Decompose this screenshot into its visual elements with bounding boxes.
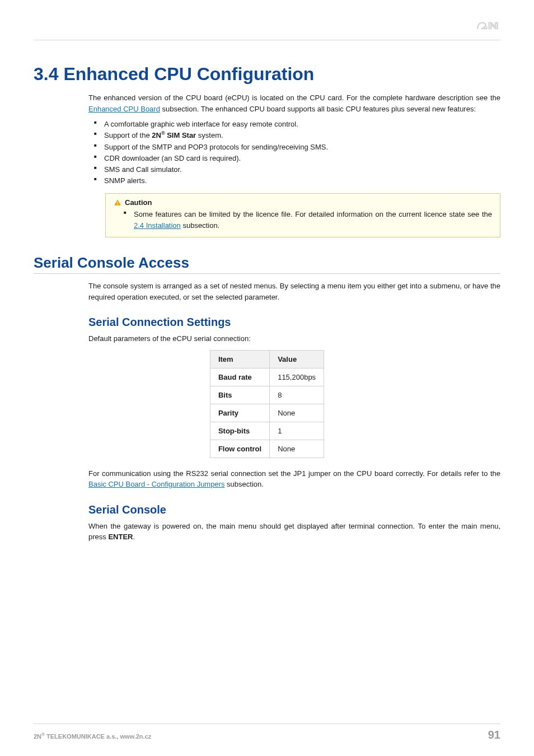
list-item: Support of the 2N® SIM Star system. (104, 130, 500, 141)
top-bar (34, 19, 500, 40)
cpu-board-jumpers-link[interactable]: Basic CPU Board - Configuration Jumpers (88, 480, 225, 488)
feature-text: SNMP alerts. (104, 176, 147, 185)
feature-text: A comfortable graphic web interface for … (104, 120, 298, 128)
table-cell-item: Flow control (210, 440, 269, 458)
table-header-row: Item Value (210, 350, 324, 368)
intro-text-a: The enhanced version of the CPU board (e… (88, 94, 500, 102)
section-title: Enhanced CPU Configuration (63, 64, 314, 84)
warning-icon (114, 199, 121, 207)
brand-logo (476, 17, 500, 35)
enhanced-cpu-board-link[interactable]: Enhanced CPU Board (88, 105, 160, 113)
brand-text: 2N (152, 131, 161, 139)
page-footer: 2N® TELEKOMUNIKACE a.s., www.2n.cz 91 (34, 724, 500, 741)
table-row: Parity None (210, 404, 324, 422)
svg-rect-1 (117, 201, 118, 203)
list-item: Support of the SMTP and POP3 protocols f… (104, 142, 500, 153)
callout-title: Caution (114, 198, 492, 207)
svg-rect-2 (117, 204, 118, 204)
table-cell-item: Baud rate (210, 368, 269, 386)
page: 3.4 Enhanced CPU Configuration The enhan… (0, 0, 534, 756)
table-cell-value: 115,200bps (270, 368, 324, 386)
serial-console-heading: Serial Console (88, 503, 500, 516)
footer-brand: 2N (34, 733, 41, 740)
console-text-b: . (133, 533, 135, 541)
feature-text: CDR downloader (an SD card is required). (104, 154, 241, 162)
section-heading: 3.4 Enhanced CPU Configuration (34, 64, 500, 85)
enter-key-text: ENTER (108, 533, 133, 541)
list-item: Some features can be limited by the lice… (134, 209, 492, 231)
table-cell-value: None (270, 440, 324, 458)
table-cell-value: 1 (270, 422, 324, 440)
caution-callout: Caution Some features can be limited by … (105, 193, 500, 237)
feature-text: Support of the SMTP and POP3 protocols f… (104, 143, 328, 151)
page-number: 91 (488, 729, 500, 741)
table-cell-item: Bits (210, 386, 269, 404)
table-cell-value: None (270, 404, 324, 422)
callout-title-text: Caution (125, 198, 152, 207)
brand-product: SIM Star (165, 131, 196, 139)
table-row: Baud rate 115,200bps (210, 368, 324, 386)
two-n-logo-icon (476, 17, 500, 32)
table-row: Flow control None (210, 440, 324, 458)
table-row: Bits 8 (210, 386, 324, 404)
callout-text-a: Some features can be limited by the lice… (134, 210, 492, 218)
list-item: SMS and Call simulator. (104, 164, 500, 175)
serial-settings-table: Item Value Baud rate 115,200bps Bits 8 P… (210, 350, 324, 458)
intro-paragraph: The enhanced version of the CPU board (e… (88, 92, 500, 114)
table-cell-item: Stop-bits (210, 422, 269, 440)
section-number: 3.4 (34, 64, 58, 84)
footer-company-text: TELEKOMUNIKACE a.s., www.2n.cz (45, 733, 151, 740)
feature-text: Support of the (104, 131, 152, 139)
list-item: SNMP alerts. (104, 175, 500, 186)
serial-connection-settings-heading: Serial Connection Settings (88, 316, 500, 329)
callout-list: Some features can be limited by the lice… (114, 209, 492, 231)
list-item: A comfortable graphic web interface for … (104, 119, 500, 130)
rs232-text-b: subsection. (225, 480, 264, 488)
feature-list: A comfortable graphic web interface for … (88, 119, 500, 186)
intro-text-b: subsection. The enhanced CPU board suppo… (160, 105, 476, 113)
table-row: Stop-bits 1 (210, 422, 324, 440)
feature-text: SMS and Call simulator. (104, 165, 182, 174)
console-paragraph: When the gateway is powered on, the main… (88, 521, 500, 543)
footer-company: 2N® TELEKOMUNIKACE a.s., www.2n.cz (34, 732, 151, 740)
feature-text: system. (196, 131, 223, 139)
callout-text-b: subsection. (181, 221, 219, 230)
table-cell-item: Parity (210, 404, 269, 422)
table-header-value: Value (270, 350, 324, 368)
rs232-text-a: For communication using the RS232 serial… (88, 469, 500, 478)
installation-link[interactable]: 2.4 Installation (134, 221, 181, 230)
rs232-paragraph: For communication using the RS232 serial… (88, 468, 500, 490)
list-item: CDR downloader (an SD card is required). (104, 153, 500, 164)
serial-console-access-heading: Serial Console Access (34, 254, 500, 274)
settings-intro: Default parameters of the eCPU serial co… (88, 333, 500, 344)
table-header-item: Item (210, 350, 269, 368)
table-cell-value: 8 (270, 386, 324, 404)
console-text-a: When the gateway is powered on, the main… (88, 522, 500, 542)
serial-intro-paragraph: The console system is arranged as a set … (88, 281, 500, 302)
